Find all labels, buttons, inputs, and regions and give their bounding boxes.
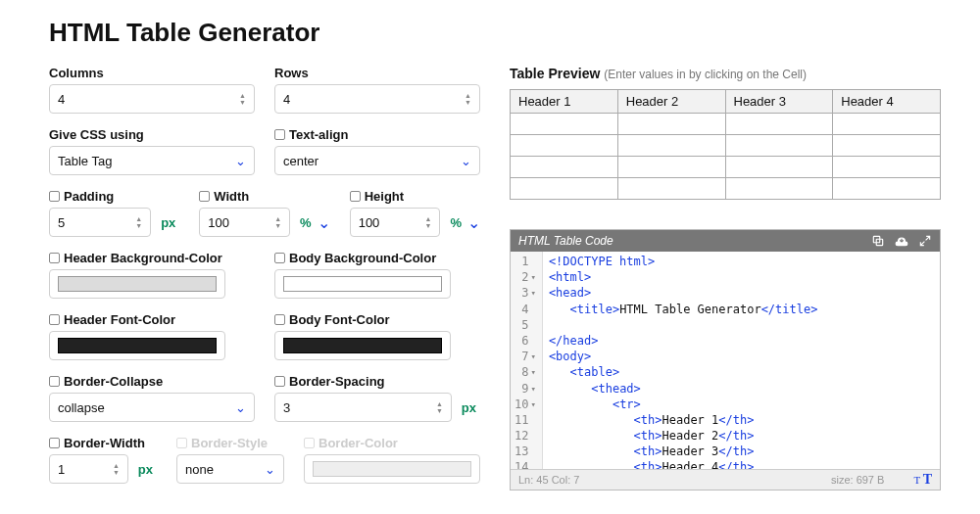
header-bg-checkbox[interactable] [49, 253, 60, 263]
preview-cell[interactable] [725, 157, 833, 178]
height-input[interactable]: 100 ▲▼ [350, 208, 441, 237]
code-statusbar: Ln: 45 Col: 7 size: 697 B T T [511, 469, 940, 490]
body-font-checkbox[interactable] [274, 314, 285, 325]
preview-cell[interactable] [511, 178, 618, 200]
border-spacing-unit[interactable]: px [462, 400, 476, 415]
height-unit[interactable]: % [450, 215, 462, 230]
border-color-swatch[interactable] [304, 454, 480, 484]
preview-cell[interactable] [617, 114, 725, 135]
stepper-icon[interactable]: ▲▼ [239, 92, 246, 106]
preview-cell[interactable] [725, 114, 833, 135]
padding-input[interactable]: 5 ▲▼ [49, 208, 151, 237]
status-cursor: Ln: 45 Col: 7 [518, 474, 579, 486]
chevron-down-icon[interactable]: ⌄ [318, 213, 330, 232]
preview-title: Table Preview (Enter values in by clicki… [510, 66, 941, 81]
status-size: size: 697 B [831, 474, 884, 486]
preview-cell[interactable] [833, 157, 941, 178]
height-value: 100 [359, 215, 380, 230]
header-font-color[interactable] [49, 331, 225, 360]
border-style-value: none [185, 462, 214, 477]
code-gutter: 1 2▾3▾4 5 6 7▾8▾9▾10▾11 12 13 14 15 16 [511, 252, 543, 469]
body-bg-checkbox[interactable] [274, 253, 285, 263]
code-panel-title: HTML Table Code [518, 234, 613, 248]
chevron-down-icon[interactable]: ⌄ [467, 213, 480, 232]
preview-header-cell[interactable]: Header 1 [511, 90, 618, 114]
copy-icon[interactable] [871, 234, 885, 248]
border-style-label: Border-Style [176, 436, 284, 450]
header-bg-color[interactable] [49, 269, 225, 299]
text-size-icon[interactable]: T T [913, 472, 932, 488]
expand-icon[interactable] [918, 234, 932, 248]
width-label: Width [199, 189, 329, 204]
padding-value: 5 [58, 215, 65, 230]
height-checkbox[interactable] [350, 191, 361, 202]
header-font-label: Header Font-Color [49, 312, 255, 327]
text-align-checkbox[interactable] [274, 129, 285, 140]
padding-unit[interactable]: px [161, 215, 175, 230]
preview-header-cell[interactable]: Header 3 [725, 90, 833, 114]
preview-header-cell[interactable]: Header 4 [833, 90, 941, 114]
columns-value: 4 [58, 92, 65, 107]
preview-cell[interactable] [617, 178, 725, 200]
padding-label: Padding [49, 189, 179, 204]
columns-label: Columns [49, 66, 255, 80]
css-using-value: Table Tag [58, 154, 112, 168]
border-width-input[interactable]: 1 ▲▼ [49, 454, 128, 484]
chevron-down-icon: ⌄ [235, 154, 246, 168]
border-width-checkbox[interactable] [49, 438, 60, 448]
border-collapse-label: Border-Collapse [49, 374, 255, 389]
border-style-checkbox[interactable] [176, 438, 187, 448]
stepper-icon[interactable]: ▲▼ [436, 400, 443, 414]
code-content[interactable]: <!DOCTYPE html><html><head> <title>HTML … [543, 252, 831, 469]
chevron-down-icon: ⌄ [265, 462, 275, 477]
columns-input[interactable]: 4 ▲▼ [49, 84, 255, 114]
preview-cell[interactable] [511, 114, 618, 135]
text-align-select[interactable]: center ⌄ [274, 146, 480, 175]
table-preview[interactable]: Header 1Header 2Header 3Header 4 [510, 89, 941, 200]
width-value: 100 [208, 215, 229, 230]
header-font-checkbox[interactable] [49, 314, 60, 325]
preview-cell[interactable] [833, 114, 941, 135]
preview-cell[interactable] [511, 135, 618, 157]
stepper-icon[interactable]: ▲▼ [424, 215, 431, 229]
stepper-icon[interactable]: ▲▼ [465, 92, 471, 106]
preview-cell[interactable] [725, 135, 833, 157]
preview-header-cell[interactable]: Header 2 [617, 90, 725, 114]
border-spacing-input[interactable]: 3 ▲▼ [274, 393, 452, 422]
preview-cell[interactable] [511, 157, 618, 178]
code-panel: HTML Table Code 1 2▾3▾4 5 6 7▾8▾9▾10▾11 … [510, 229, 941, 491]
stepper-icon[interactable]: ▲▼ [274, 215, 281, 229]
preview-cell[interactable] [617, 135, 725, 157]
preview-cell[interactable] [725, 178, 833, 200]
download-icon[interactable] [895, 234, 908, 248]
rows-input[interactable]: 4 ▲▼ [274, 84, 480, 114]
preview-cell[interactable] [833, 178, 941, 200]
rows-value: 4 [283, 92, 290, 107]
body-bg-color[interactable] [274, 269, 451, 299]
body-font-color[interactable] [274, 331, 451, 360]
preview-cell[interactable] [833, 135, 941, 157]
border-width-value: 1 [58, 462, 65, 477]
border-style-select[interactable]: none ⌄ [176, 454, 284, 484]
border-spacing-checkbox[interactable] [274, 376, 285, 387]
width-checkbox[interactable] [199, 191, 210, 202]
border-color-checkbox[interactable] [304, 438, 315, 448]
preview-cell[interactable] [617, 157, 725, 178]
border-collapse-value: collapse [58, 400, 105, 415]
text-align-label: Text-align [274, 127, 480, 142]
width-unit[interactable]: % [300, 215, 312, 230]
border-width-unit[interactable]: px [138, 462, 153, 477]
width-input[interactable]: 100 ▲▼ [199, 208, 290, 237]
border-collapse-select[interactable]: collapse ⌄ [49, 393, 255, 422]
stepper-icon[interactable]: ▲▼ [135, 215, 142, 229]
border-width-label: Border-Width [49, 436, 157, 450]
rows-label: Rows [274, 66, 480, 80]
settings-form: Columns 4 ▲▼ Rows 4 ▲▼ Give CSS using Ta… [49, 66, 480, 497]
padding-checkbox[interactable] [49, 191, 60, 202]
stepper-icon[interactable]: ▲▼ [113, 462, 120, 476]
height-label: Height [350, 189, 480, 204]
border-spacing-label: Border-Spacing [274, 374, 480, 389]
border-spacing-value: 3 [283, 400, 290, 415]
border-collapse-checkbox[interactable] [49, 376, 60, 387]
css-using-select[interactable]: Table Tag ⌄ [49, 146, 255, 175]
